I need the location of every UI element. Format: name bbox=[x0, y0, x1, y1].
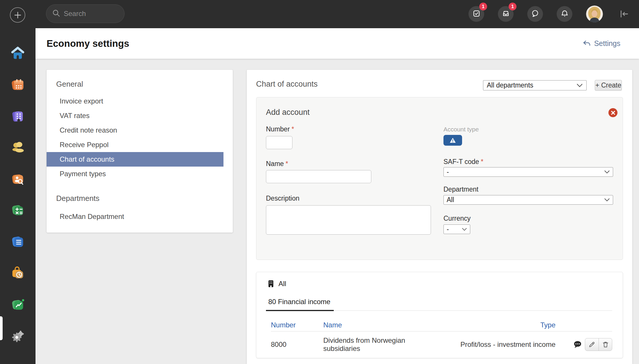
warning-icon bbox=[449, 137, 456, 144]
column-header-name[interactable]: Name bbox=[323, 321, 410, 329]
create-account-button[interactable]: + Create bbox=[595, 80, 622, 91]
sidebar-item-time[interactable] bbox=[0, 258, 36, 289]
chat-icon bbox=[531, 9, 539, 19]
department-label: Department bbox=[443, 185, 478, 193]
sidebar-item-company[interactable] bbox=[0, 101, 36, 132]
messages-button[interactable] bbox=[527, 6, 543, 22]
nav-item-receive-peppol[interactable]: Receive Peppol bbox=[47, 138, 233, 152]
nav-item-recman-department[interactable]: RecMan Department bbox=[47, 209, 233, 224]
nav-item-invoice-export[interactable]: Invoice export bbox=[47, 94, 233, 108]
candidate-search-icon bbox=[10, 172, 25, 187]
company-icon bbox=[10, 109, 25, 124]
description-label: Description bbox=[266, 195, 299, 202]
sidebar-item-home[interactable] bbox=[0, 38, 36, 69]
sidebar-item-calendar[interactable] bbox=[0, 69, 36, 101]
nav-item-vat-rates[interactable]: VAT rates bbox=[47, 108, 233, 123]
plus-icon bbox=[14, 11, 22, 19]
page-title: Economy settings bbox=[47, 38, 129, 49]
sidebar-item-accounting[interactable] bbox=[0, 195, 36, 226]
accounts-group-label: All bbox=[278, 280, 286, 288]
chevron-down-icon bbox=[462, 228, 467, 231]
trash-icon bbox=[602, 341, 609, 348]
inbox-icon bbox=[502, 10, 510, 19]
number-input[interactable] bbox=[266, 136, 292, 149]
search-icon bbox=[52, 9, 60, 18]
row-actions bbox=[555, 338, 612, 351]
collapse-left-icon bbox=[619, 10, 629, 18]
table-row: 8000 Dividends from Norwegian subsidiari… bbox=[271, 332, 612, 357]
sidebar-item-settings[interactable] bbox=[0, 320, 36, 352]
edit-delete-button-group bbox=[585, 338, 612, 351]
nav-item-chart-of-accounts[interactable]: Chart of accounts bbox=[47, 152, 223, 167]
sidebar-item-payroll[interactable] bbox=[0, 132, 36, 163]
sidebar-item-recruitment[interactable] bbox=[0, 163, 36, 195]
tasks-button[interactable]: 1 bbox=[468, 6, 484, 22]
search-placeholder: Search bbox=[64, 10, 86, 18]
delete-button[interactable] bbox=[599, 338, 612, 351]
topbar: Search 1 1 bbox=[0, 0, 639, 28]
inbox-badge: 1 bbox=[509, 3, 516, 10]
tab-financial-income[interactable]: 80 Financial income bbox=[266, 298, 334, 311]
notifications-button[interactable] bbox=[557, 6, 572, 22]
cell-type: Profit/loss - investment income bbox=[410, 340, 555, 349]
column-header-number[interactable]: Number bbox=[271, 321, 323, 329]
app-sidebar bbox=[0, 0, 36, 364]
description-textarea[interactable] bbox=[266, 205, 431, 235]
add-account-panel: Add account Number* Name* Description Ac… bbox=[256, 97, 623, 260]
saft-code-label: SAF-T code* bbox=[443, 158, 483, 166]
accounts-group: All bbox=[267, 280, 286, 288]
department-select[interactable]: All bbox=[443, 195, 613, 205]
page-header: Economy settings Settings bbox=[36, 28, 639, 59]
table-header-row: Number Name Type bbox=[271, 319, 612, 331]
settings-gear-icon bbox=[10, 329, 25, 344]
user-avatar[interactable] bbox=[586, 6, 603, 22]
saft-code-select[interactable]: - bbox=[443, 167, 613, 177]
accounts-list-card: All 80 Financial income Number Name Type… bbox=[256, 272, 623, 358]
name-input[interactable] bbox=[266, 170, 371, 183]
cell-name: Dividends from Norwegian subsidiaries bbox=[323, 336, 410, 353]
payroll-coins-icon bbox=[10, 140, 25, 155]
reports-chart-icon bbox=[10, 297, 25, 312]
pencil-icon bbox=[588, 341, 595, 348]
chevron-down-icon bbox=[604, 170, 610, 174]
inbox-button[interactable]: 1 bbox=[498, 6, 514, 22]
nav-item-credit-note-reason[interactable]: Credit note reason bbox=[47, 123, 233, 138]
number-label: Number* bbox=[266, 125, 294, 133]
settings-nav-card: General Invoice export VAT rates Credit … bbox=[47, 70, 233, 233]
tasks-badge: 1 bbox=[479, 3, 487, 10]
close-add-account-button[interactable] bbox=[608, 108, 617, 117]
department-filter-select[interactable]: All departments bbox=[483, 80, 587, 90]
account-type-warning-button[interactable] bbox=[443, 135, 462, 146]
avatar-image bbox=[586, 6, 603, 22]
sidebar-active-indicator bbox=[0, 316, 3, 340]
calculator-icon bbox=[10, 203, 25, 218]
calendar-icon bbox=[10, 77, 25, 92]
close-icon bbox=[611, 110, 615, 115]
time-briefcase-icon bbox=[10, 266, 25, 281]
chart-of-accounts-panel: Chart of accounts All departments + Crea… bbox=[247, 70, 632, 364]
bell-icon bbox=[561, 10, 569, 19]
quick-add-button[interactable] bbox=[10, 7, 25, 23]
back-to-settings-link[interactable]: Settings bbox=[583, 28, 620, 59]
nav-item-payment-types[interactable]: Payment types bbox=[47, 167, 233, 181]
comment-bubble-icon bbox=[573, 340, 582, 349]
nav-section-general: General bbox=[56, 80, 233, 89]
edit-button[interactable] bbox=[585, 338, 599, 351]
currency-label: Currency bbox=[443, 215, 471, 222]
back-arrow-icon bbox=[583, 40, 591, 47]
sidebar-item-reports[interactable] bbox=[0, 289, 36, 320]
sidebar-item-invoices[interactable] bbox=[0, 226, 36, 258]
add-account-title: Add account bbox=[266, 108, 310, 117]
account-type-label: Account type bbox=[443, 126, 479, 133]
building-icon bbox=[267, 280, 274, 288]
chevron-down-icon bbox=[604, 198, 610, 202]
nav-section-departments: Departments bbox=[56, 194, 233, 203]
comment-button[interactable] bbox=[573, 340, 582, 349]
search-input[interactable]: Search bbox=[46, 4, 125, 23]
name-label: Name* bbox=[266, 160, 288, 168]
collapse-sidebar-button[interactable] bbox=[619, 10, 629, 18]
currency-select[interactable]: - bbox=[443, 224, 470, 234]
home-icon bbox=[10, 46, 25, 61]
column-header-type[interactable]: Type bbox=[410, 321, 555, 329]
panel-title: Chart of accounts bbox=[256, 80, 318, 89]
